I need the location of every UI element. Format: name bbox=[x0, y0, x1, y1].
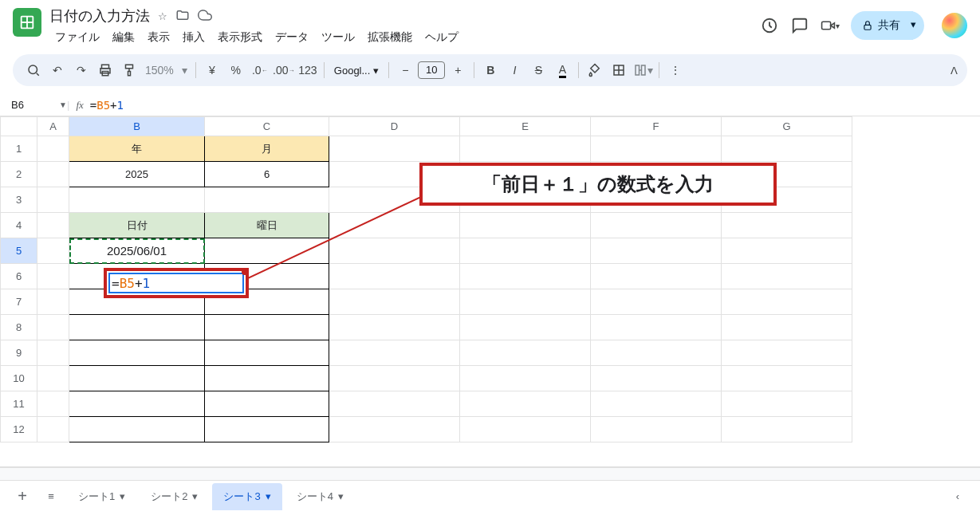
row-header-5[interactable]: 5 bbox=[1, 238, 37, 264]
col-header-G[interactable]: G bbox=[722, 117, 852, 136]
svg-line-7 bbox=[37, 73, 39, 76]
sheets-logo bbox=[13, 8, 41, 37]
more-formats-button[interactable]: 123 bbox=[297, 59, 319, 81]
strike-button[interactable]: S bbox=[527, 59, 549, 81]
menu-insert[interactable]: 挿入 bbox=[177, 27, 211, 48]
select-all-corner[interactable] bbox=[1, 117, 37, 136]
col-header-D[interactable]: D bbox=[329, 117, 460, 136]
history-icon[interactable] bbox=[760, 16, 779, 35]
svg-line-14 bbox=[239, 196, 423, 282]
print-button[interactable] bbox=[94, 59, 116, 81]
col-header-A[interactable]: A bbox=[37, 117, 69, 136]
col-header-B[interactable]: B bbox=[69, 117, 205, 136]
menu-format[interactable]: 表示形式 bbox=[212, 27, 268, 48]
cell-editor[interactable]: =B5+1 bbox=[104, 268, 249, 298]
sheet-tab-3[interactable]: シート3 ▾ bbox=[212, 483, 281, 510]
edit-handle-icon bbox=[242, 269, 248, 275]
add-sheet-button[interactable]: + bbox=[10, 484, 35, 509]
collapse-toolbar-icon[interactable]: ᐱ bbox=[950, 65, 958, 77]
font-size-input[interactable]: 10 bbox=[418, 61, 445, 79]
cell-B4[interactable]: 日付 bbox=[69, 213, 205, 238]
formula-input[interactable]: =B5+1 bbox=[90, 99, 124, 112]
italic-button[interactable]: I bbox=[503, 59, 525, 81]
fill-color-button[interactable] bbox=[584, 59, 606, 81]
menu-extensions[interactable]: 拡張機能 bbox=[362, 27, 418, 48]
col-header-C[interactable]: C bbox=[205, 117, 329, 136]
annotation-callout: 「前日＋１」の数式を入力 bbox=[419, 163, 777, 206]
row-header-9[interactable]: 9 bbox=[1, 340, 37, 366]
merge-button[interactable]: ▾ bbox=[632, 59, 654, 81]
star-icon[interactable]: ☆ bbox=[158, 10, 167, 22]
undo-button[interactable]: ↶ bbox=[46, 59, 69, 81]
horizontal-scrollbar[interactable] bbox=[0, 467, 980, 480]
document-title[interactable]: 日付の入力方法 bbox=[49, 6, 150, 26]
menu-bar: ファイル 編集 表示 挿入 表示形式 データ ツール 拡張機能 ヘルプ bbox=[49, 27, 760, 48]
svg-rect-3 bbox=[822, 22, 831, 29]
cell-B1[interactable]: 年 bbox=[69, 136, 205, 162]
menu-help[interactable]: ヘルプ bbox=[419, 27, 464, 48]
menu-tools[interactable]: ツール bbox=[316, 27, 360, 48]
toolbar: ↶ ↷ 150%▾ ¥ % .0← .00→ 123 Googl... ▾ − … bbox=[13, 54, 967, 86]
row-header-2[interactable]: 2 bbox=[1, 162, 37, 187]
row-header-4[interactable]: 4 bbox=[1, 213, 37, 238]
explore-button[interactable]: ‹ bbox=[945, 484, 970, 509]
name-box[interactable]: B6▼ bbox=[6, 99, 67, 111]
row-header-7[interactable]: 7 bbox=[1, 289, 37, 315]
fx-icon: fx bbox=[76, 99, 83, 112]
percent-button[interactable]: % bbox=[225, 59, 247, 81]
all-sheets-button[interactable]: ≡ bbox=[38, 484, 64, 509]
cell-C1[interactable]: 月 bbox=[205, 136, 329, 162]
meet-icon[interactable]: ▾ bbox=[821, 16, 840, 35]
comment-icon[interactable] bbox=[790, 16, 809, 35]
col-header-F[interactable]: F bbox=[591, 117, 722, 136]
share-label: 共有 bbox=[878, 18, 900, 33]
sheet-tab-4[interactable]: シート4 ▾ bbox=[285, 483, 355, 510]
share-dropdown[interactable]: ▾ bbox=[903, 11, 924, 40]
row-header-3[interactable]: 3 bbox=[1, 187, 37, 213]
sheet-tab-1[interactable]: シート1 ▾ bbox=[67, 483, 136, 510]
svg-rect-5 bbox=[864, 25, 871, 29]
cell-B5[interactable]: 2025/06/01 bbox=[69, 238, 205, 264]
menu-data[interactable]: データ bbox=[270, 27, 314, 48]
currency-button[interactable]: ¥ bbox=[201, 59, 223, 81]
account-avatar[interactable] bbox=[942, 13, 967, 38]
row-header-6[interactable]: 6 bbox=[1, 264, 37, 289]
move-icon[interactable] bbox=[175, 8, 190, 25]
decrease-decimal-button[interactable]: .0← bbox=[249, 59, 271, 81]
row-header-1[interactable]: 1 bbox=[1, 136, 37, 162]
row-header-10[interactable]: 10 bbox=[1, 366, 37, 391]
more-toolbar-button[interactable]: ⋮ bbox=[664, 59, 687, 81]
sheet-tab-2[interactable]: シート2 ▾ bbox=[140, 483, 209, 510]
menu-file[interactable]: ファイル bbox=[49, 27, 105, 48]
cloud-status-icon[interactable] bbox=[198, 8, 212, 25]
redo-button[interactable]: ↷ bbox=[70, 59, 92, 81]
row-header-8[interactable]: 8 bbox=[1, 315, 37, 340]
row-header-12[interactable]: 12 bbox=[1, 417, 37, 442]
text-color-button[interactable]: A bbox=[551, 59, 573, 81]
font-size-plus[interactable]: + bbox=[447, 59, 469, 81]
font-size-minus[interactable]: − bbox=[394, 59, 416, 81]
font-select[interactable]: Googl... ▾ bbox=[329, 65, 384, 77]
svg-point-6 bbox=[29, 65, 37, 74]
row-header-11[interactable]: 11 bbox=[1, 391, 37, 417]
zoom-select[interactable]: 150% bbox=[142, 64, 177, 77]
menu-edit[interactable]: 編集 bbox=[107, 27, 140, 48]
paint-format-button[interactable] bbox=[118, 59, 140, 81]
increase-decimal-button[interactable]: .00→ bbox=[273, 59, 295, 81]
borders-button[interactable] bbox=[608, 59, 630, 81]
bold-button[interactable]: B bbox=[479, 59, 502, 81]
col-header-E[interactable]: E bbox=[460, 117, 591, 136]
callout-connector bbox=[239, 196, 431, 284]
search-icon[interactable] bbox=[22, 59, 45, 81]
menu-view[interactable]: 表示 bbox=[142, 27, 175, 48]
cell-B2[interactable]: 2025 bbox=[69, 162, 205, 187]
cell-C2[interactable]: 6 bbox=[205, 162, 329, 187]
